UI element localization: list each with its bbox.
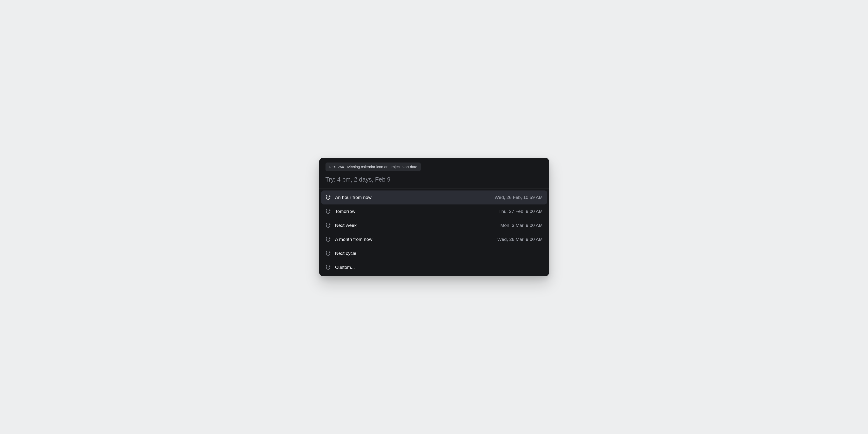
snooze-option-label: Tomorrow [335,209,494,214]
alarm-clock-icon [326,195,331,200]
snooze-option-custom[interactable]: Custom... [321,260,547,274]
search-row [326,176,543,183]
alarm-clock-icon [326,237,331,242]
alarm-clock-icon [326,223,331,228]
snooze-option-time: Wed, 26 Feb, 10:59 AM [495,195,542,200]
snooze-option-label: Next cycle [335,251,538,256]
snooze-option-next-cycle[interactable]: Next cycle [321,246,547,260]
snooze-option-hour[interactable]: An hour from now Wed, 26 Feb, 10:59 AM [321,190,547,205]
snooze-search-input[interactable] [326,176,543,183]
alarm-clock-icon [326,265,331,270]
alarm-clock-icon [326,209,331,214]
snooze-option-time: Mon, 3 Mar, 9:00 AM [500,223,542,228]
snooze-option-tomorrow[interactable]: Tomorrow Thu, 27 Feb, 9:00 AM [321,205,547,218]
snooze-options-list: An hour from now Wed, 26 Feb, 10:59 AM T… [319,189,549,276]
context-chip: DES-264 - Missing calendar icon on proje… [326,162,421,171]
alarm-clock-icon [326,251,331,256]
snooze-option-label: A month from now [335,237,493,242]
snooze-option-label: Next week [335,223,496,228]
snooze-option-next-week[interactable]: Next week Mon, 3 Mar, 9:00 AM [321,218,547,232]
snooze-option-time: Wed, 26 Mar, 9:00 AM [497,237,543,242]
snooze-option-label: An hour from now [335,195,490,200]
snooze-option-month[interactable]: A month from now Wed, 26 Mar, 9:00 AM [321,232,547,246]
snooze-option-time: Thu, 27 Feb, 9:00 AM [499,209,543,214]
snooze-picker-panel: DES-264 - Missing calendar icon on proje… [319,158,549,276]
panel-header: DES-264 - Missing calendar icon on proje… [319,158,549,189]
snooze-option-label: Custom... [335,265,538,270]
